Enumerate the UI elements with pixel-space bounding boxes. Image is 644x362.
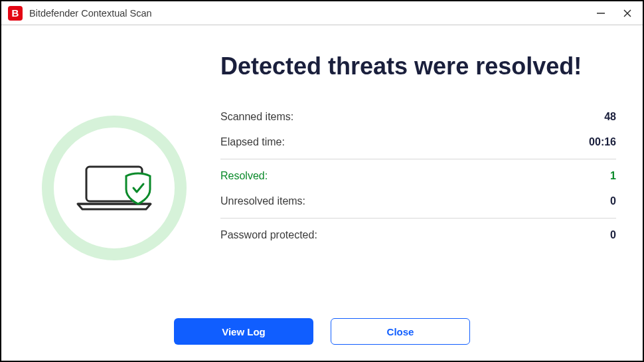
- stat-value: 0: [610, 195, 616, 207]
- footer-buttons: View Log Close: [1, 309, 643, 361]
- stat-label: Resolved:: [220, 170, 268, 182]
- stat-resolved: Resolved: 1: [220, 163, 616, 189]
- svg-point-3: [48, 122, 181, 254]
- content-area: Detected threats were resolved! Scanned …: [1, 25, 643, 309]
- view-log-button[interactable]: View Log: [174, 318, 313, 345]
- app-logo-letter: B: [12, 7, 19, 19]
- stats-list: Scanned items: 48 Elapsed time: 00:16 Re…: [220, 104, 616, 248]
- minimize-button[interactable]: [595, 7, 607, 19]
- stat-label: Unresolved items:: [220, 195, 305, 207]
- window-title: Bitdefender Contextual Scan: [29, 8, 595, 19]
- divider: [220, 159, 616, 159]
- app-logo: B: [8, 6, 23, 21]
- stat-value: 48: [604, 111, 616, 123]
- close-window-button[interactable]: [621, 7, 633, 19]
- status-success-icon: [38, 112, 191, 264]
- divider: [220, 218, 616, 219]
- stat-label: Scanned items:: [220, 111, 293, 123]
- close-icon: [623, 9, 632, 18]
- headline: Detected threats were resolved!: [220, 52, 616, 80]
- minimize-icon: [596, 9, 605, 18]
- stat-value: 1: [610, 170, 616, 182]
- stat-scanned-items: Scanned items: 48: [220, 104, 616, 130]
- stat-value: 00:16: [589, 136, 616, 148]
- stat-password-protected: Password protected: 0: [220, 223, 616, 248]
- stat-unresolved: Unresolved items: 0: [220, 189, 616, 214]
- stat-label: Elapsed time:: [220, 136, 285, 148]
- results-column: Detected threats were resolved! Scanned …: [207, 52, 623, 302]
- close-button[interactable]: Close: [331, 318, 470, 345]
- stat-label: Password protected:: [220, 229, 317, 241]
- app-window: B Bitdefender Contextual Scan: [0, 0, 644, 362]
- stat-elapsed-time: Elapsed time: 00:16: [220, 130, 616, 155]
- status-illustration-column: [21, 52, 207, 302]
- window-controls: [595, 7, 637, 19]
- titlebar: B Bitdefender Contextual Scan: [1, 1, 643, 25]
- stat-value: 0: [610, 229, 616, 241]
